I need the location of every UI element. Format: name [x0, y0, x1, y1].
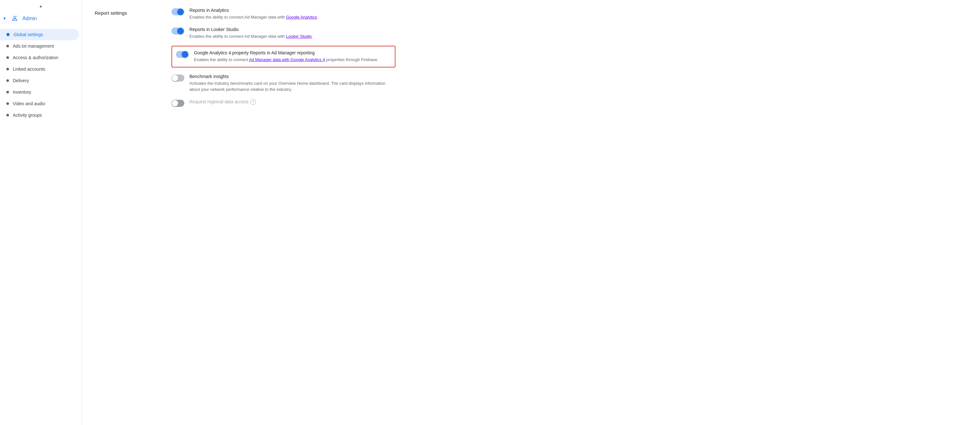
toggle-thumb — [172, 75, 178, 81]
setting-title: Request regional data access? — [189, 99, 256, 105]
main-content: Report settings Reports in AnalyticsEnab… — [82, 0, 980, 425]
svg-point-0 — [13, 16, 16, 19]
setting-description: Enables the ability to connect Ad Manage… — [189, 14, 318, 21]
sidebar-item-global-settings[interactable]: Global settings — [0, 29, 79, 40]
setting-link[interactable]: Looker Studio — [286, 34, 312, 39]
setting-benchmark-insights: Benchmark InsightsActivates the Industry… — [172, 74, 395, 93]
sidebar-item-delivery[interactable]: Delivery — [0, 75, 79, 86]
sidebar-dot — [6, 56, 9, 59]
toggle-ga4-reports[interactable] — [176, 51, 189, 58]
toggle-benchmark-insights[interactable] — [172, 75, 184, 82]
chevron-icon: ▼ — [3, 16, 6, 21]
setting-regional-data: Request regional data access? — [172, 99, 395, 107]
sidebar-nav: Global settingsAds.txt managementAccess … — [0, 29, 81, 121]
report-settings-section: Report settings Reports in AnalyticsEnab… — [95, 8, 967, 113]
setting-title: Reports in Analytics — [189, 8, 318, 13]
sidebar-dot — [6, 68, 9, 70]
help-icon[interactable]: ? — [250, 99, 256, 105]
sidebar-dot — [6, 102, 9, 105]
setting-title: Benchmark Insights — [189, 74, 395, 79]
toggle-thumb — [172, 100, 178, 106]
sidebar: ▲ ▼ Admin Global settingsAds.txt managem… — [0, 0, 82, 425]
setting-text: Reports in Looker StudioEnables the abil… — [189, 27, 313, 40]
sidebar-dot — [6, 45, 9, 48]
toggle-reports-looker[interactable] — [172, 27, 184, 35]
setting-title: Reports in Looker Studio — [189, 27, 313, 32]
admin-label: Admin — [22, 16, 37, 21]
toggle-regional-data[interactable] — [172, 100, 184, 107]
setting-link[interactable]: Google Analytics — [286, 15, 317, 19]
setting-title: Google Analytics 4 property Reports in A… — [194, 50, 379, 56]
setting-text: Benchmark InsightsActivates the Industry… — [189, 74, 395, 93]
section-title: Report settings — [95, 8, 159, 113]
setting-reports-looker: Reports in Looker StudioEnables the abil… — [172, 27, 395, 40]
sidebar-dot — [6, 79, 9, 82]
sidebar-item-label: Global settings — [13, 32, 43, 37]
toggle-thumb — [182, 51, 188, 57]
setting-text: Request regional data access? — [189, 99, 256, 106]
sidebar-item-label: Delivery — [13, 78, 29, 83]
sidebar-item-access-auth[interactable]: Access & authorization — [0, 52, 79, 63]
setting-link[interactable]: Ad Manager data with Google Analytics 4 — [249, 57, 325, 62]
sidebar-scroll-up[interactable]: ▲ — [0, 3, 81, 10]
sidebar-item-label: Access & authorization — [13, 55, 58, 60]
sidebar-item-linked-accounts[interactable]: Linked accounts — [0, 63, 79, 75]
sidebar-item-label: Inventory — [13, 90, 31, 95]
sidebar-item-label: Linked accounts — [13, 67, 45, 71]
sidebar-item-label: Ads.txt management — [13, 43, 54, 49]
sidebar-item-label: Video and audio — [13, 101, 45, 106]
admin-nav-item[interactable]: ▼ Admin — [0, 10, 81, 29]
sidebar-item-label: Activity groups — [13, 113, 42, 118]
toggle-thumb — [177, 9, 184, 15]
sidebar-item-activity-groups[interactable]: Activity groups — [0, 109, 79, 121]
toggle-reports-analytics[interactable] — [172, 8, 184, 15]
admin-icon — [10, 13, 20, 24]
toggle-thumb — [177, 28, 184, 34]
sidebar-item-ads-txt[interactable]: Ads.txt management — [0, 40, 79, 52]
sidebar-dot — [6, 114, 9, 116]
setting-ga4-reports: Google Analytics 4 property Reports in A… — [172, 46, 395, 68]
sidebar-item-inventory[interactable]: Inventory — [0, 86, 79, 98]
setting-text: Reports in AnalyticsEnables the ability … — [189, 8, 318, 21]
settings-list: Reports in AnalyticsEnables the ability … — [172, 8, 395, 113]
setting-description: Enables the ability to connect Ad Manage… — [189, 33, 313, 40]
sidebar-item-video-audio[interactable]: Video and audio — [0, 98, 79, 109]
setting-description: Enables the ability to connect Ad Manage… — [194, 57, 379, 63]
setting-description: Activates the Industry benchmarks card o… — [189, 80, 395, 93]
sidebar-dot — [6, 91, 9, 94]
setting-reports-analytics: Reports in AnalyticsEnables the ability … — [172, 8, 395, 21]
setting-text: Google Analytics 4 property Reports in A… — [194, 50, 379, 63]
sidebar-dot — [6, 33, 10, 36]
